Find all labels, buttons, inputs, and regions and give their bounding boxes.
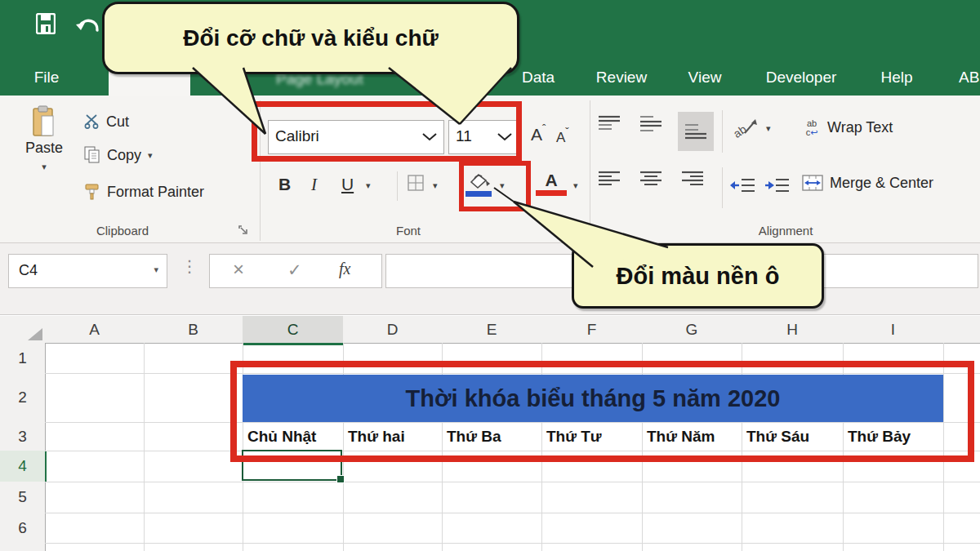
select-all-triangle-icon [28,328,42,340]
increase-font-size-button[interactable]: Aˆ [531,122,546,144]
shrink-font-letter: A [556,130,565,145]
row-header-3[interactable]: 3 [0,422,46,451]
font-color-swatch [536,190,567,196]
borders-dropdown-icon[interactable]: ▾ [433,180,438,191]
wrap-text-icon: ab c↩ [803,118,821,136]
column-header-i[interactable]: I [843,316,944,344]
cancel-icon[interactable]: × [233,258,244,281]
column-header-e[interactable]: E [442,316,542,344]
align-bottom-button-selected[interactable] [678,112,714,151]
cut-scissors-icon [84,114,100,129]
merge-center-icon [802,175,823,191]
align-right-button[interactable] [681,171,714,205]
align-center-button[interactable] [639,171,672,205]
callout-font-tip-text: Đổi cỡ chữ và kiểu chữ [183,25,439,51]
name-box[interactable]: C4 ▾ [8,254,167,288]
cut-button[interactable]: Cut [84,112,129,131]
paste-clipboard-icon [32,105,56,138]
paste-label: Paste [15,140,74,157]
orientation-button[interactable]: ab [732,118,764,143]
column-header-b[interactable]: B [144,316,243,344]
copy-dropdown-icon: ▾ [148,150,153,161]
alignment-group-label: Alignment [759,224,813,238]
tab-abbyy[interactable]: ABB [959,69,980,87]
font-color-button[interactable]: A [535,171,568,200]
annotation-box-fill-color [459,161,531,211]
clipboard-group-label: Clipboard [96,224,149,238]
cut-label: Cut [106,113,129,131]
merge-center-label: Merge & Center [830,175,933,192]
wrap-text-button[interactable]: ab c↩ Wrap Text [803,115,893,140]
copy-label: Copy [107,147,141,164]
column-header-f[interactable]: F [541,316,643,344]
format-painter-label: Format Painter [107,184,204,201]
row-header-partial[interactable] [0,543,46,551]
column-header-h[interactable]: H [742,316,844,344]
row-header-4-selected[interactable]: 4 [0,451,47,482]
tab-view[interactable]: View [688,69,722,87]
insert-function-icon[interactable]: fx [339,260,350,278]
orientation-dropdown-icon[interactable]: ▾ [766,123,771,134]
clipboard-dialog-launcher-icon[interactable] [238,225,249,236]
formula-bar-grip-icon[interactable]: ⋮ [181,256,198,276]
excel-window: File Page Layout Formulas Data Review Vi… [0,0,980,551]
column-header-c-selected[interactable]: C [243,316,344,345]
annotation-box-font-controls [252,101,522,162]
tab-file[interactable]: File [34,69,60,87]
column-header-d[interactable]: D [343,316,443,344]
callout-font-tip: Đổi cỡ chữ và kiểu chữ [102,2,519,74]
fill-handle[interactable] [336,475,345,483]
grow-font-letter: A [531,125,542,144]
small-separator [722,110,723,153]
font-group-label: Font [396,224,421,238]
row-header-6[interactable]: 6 [0,513,46,544]
save-icon[interactable] [36,13,56,34]
row-header-5[interactable]: 5 [0,482,46,513]
format-painter-button[interactable]: Format Painter [84,181,204,202]
align-middle-button[interactable] [639,115,672,149]
decrease-indent-button[interactable] [730,177,756,195]
grid-line [45,482,980,482]
tab-help[interactable]: Help [880,69,912,87]
column-header-partial[interactable] [943,316,980,344]
decrease-font-size-button[interactable]: Aˇ [556,126,569,146]
select-all-corner[interactable] [0,316,46,344]
tab-developer[interactable]: Developer [766,69,837,87]
align-left-button[interactable] [598,171,630,205]
bold-button[interactable]: B [278,175,291,194]
borders-button[interactable] [407,174,425,192]
small-separator [722,167,723,208]
paste-dropdown-icon: ▾ [15,162,74,172]
group-separator [590,100,590,241]
copy-button[interactable]: Copy ▾ [84,144,153,166]
increase-indent-button[interactable] [764,177,791,195]
formula-button-panel: × ✓ fx [209,254,382,288]
paste-button[interactable]: Paste ▾ [15,102,74,216]
tab-data[interactable]: Data [522,69,555,87]
font-color-dropdown-icon[interactable]: ▾ [573,180,578,191]
annotation-box-table [230,361,974,462]
grid-line [45,513,980,513]
enter-check-icon[interactable]: ✓ [287,260,302,280]
align-top-button[interactable] [598,115,630,149]
undo-icon[interactable] [75,16,101,36]
font-color-letter: A [545,171,557,189]
merge-center-button[interactable]: Merge & Center [802,171,933,195]
italic-button[interactable]: I [311,175,317,195]
name-box-value: C4 [19,262,38,279]
underline-dropdown-icon[interactable]: ▾ [366,180,371,191]
row-header-1[interactable]: 1 [0,343,46,374]
callout-fill-tip-text: Đổi màu nền ô [617,263,780,290]
underline-button[interactable]: U [341,175,354,194]
column-header-a[interactable]: A [45,316,145,344]
formula-bar: C4 ▾ ⋮ × ✓ fx [0,243,980,315]
tab-review[interactable]: Review [596,69,647,87]
font-dialog-launcher-icon[interactable] [573,225,584,236]
copy-icon [84,146,100,164]
callout-fill-tip: Đổi màu nền ô [572,243,824,309]
format-painter-brush-icon [84,183,100,201]
grid-line [144,343,145,551]
column-header-g[interactable]: G [642,316,742,344]
row-header-2[interactable]: 2 [0,373,46,423]
name-box-dropdown-icon[interactable]: ▾ [154,264,158,275]
